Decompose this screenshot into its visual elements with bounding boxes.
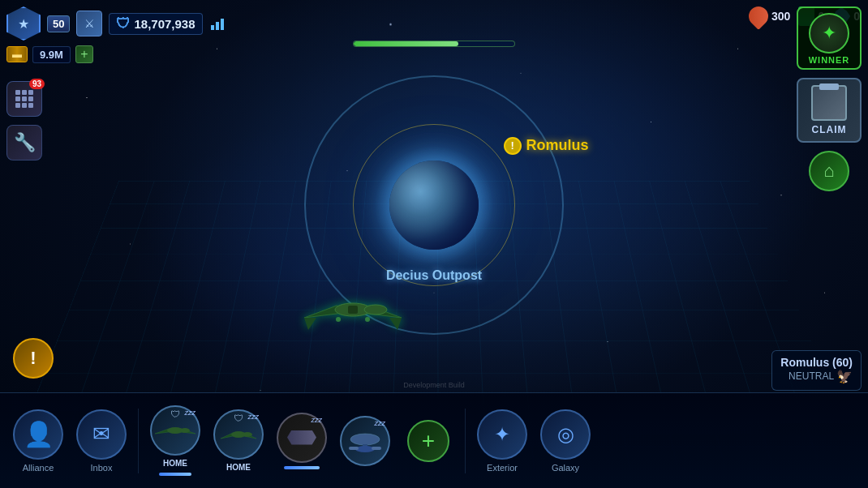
faction-icon: 🦅 — [836, 369, 853, 385]
svg-point-17 — [350, 434, 380, 445]
health-bar-container — [353, 41, 515, 47]
exterior-nav-label: Exterior — [487, 463, 518, 473]
notifications-button[interactable]: 93 — [6, 81, 42, 117]
svg-marker-6 — [389, 318, 402, 330]
alliance-nav-circle: 👤 — [13, 409, 63, 460]
home-button[interactable]: ⌂ — [809, 151, 849, 191]
health-bar-fill — [354, 41, 458, 46]
winner-star-icon: ✦ — [822, 23, 836, 44]
nav-divider-1 — [138, 409, 139, 473]
shield-icon: 🛡 — [116, 15, 131, 32]
alliance-nav-icon: 👤 — [24, 420, 54, 448]
svg-point-4 — [364, 305, 387, 315]
main-ship[interactable] — [304, 281, 402, 341]
left-buttons: 93 🔧 — [6, 81, 42, 161]
ship2-svg — [218, 422, 259, 447]
location-status: NEUTRAL 🦅 — [780, 369, 853, 385]
zzz-badge-2: zzz — [248, 413, 260, 421]
main-resource: 🛡 18,707,938 — [109, 13, 202, 35]
ship1-label: HOME — [163, 459, 187, 468]
alert-icon: ! — [30, 348, 36, 369]
header-left: 50 ⚔ 🛡 18,707,938 ▬ 9.9M + — [0, 0, 232, 70]
inbox-nav-icon: ✉ — [92, 422, 110, 447]
status-text: NEUTRAL — [789, 370, 834, 382]
nav-divider-2 — [465, 409, 466, 473]
inbox-nav-label: Inbox — [91, 463, 113, 473]
gold-bar-icon: ▬ — [6, 46, 28, 62]
romulan-ship-svg — [304, 281, 402, 338]
fuel-resource: 300 — [749, 6, 790, 26]
outpost-label: Decius Outpost — [386, 268, 482, 283]
starfleet-logo[interactable] — [6, 6, 41, 41]
exterior-nav-circle: ✦ — [477, 409, 527, 460]
svg-rect-3 — [348, 306, 358, 314]
settings-button[interactable]: 🔧 — [6, 125, 42, 161]
winner-badge[interactable]: ✦ WINNER — [797, 6, 862, 70]
current-ship-icon — [287, 430, 316, 445]
galaxy-nav-circle: ◎ — [540, 409, 591, 460]
nav-alliance[interactable]: 👤 Alliance — [10, 409, 67, 473]
home-icon: ⌂ — [823, 161, 834, 182]
fuel-value: 300 — [771, 10, 790, 23]
nav-inbox[interactable]: ✉ Inbox — [73, 409, 130, 473]
claim-label: CLAIM — [812, 124, 847, 135]
health-bar — [353, 41, 515, 47]
alert-button[interactable]: ! — [13, 338, 54, 379]
exclaim-icon: ! — [504, 137, 522, 155]
current-ship-circle: zzz — [277, 413, 327, 463]
winner-logo: ✦ — [809, 13, 849, 54]
bottom-nav: 👤 Alliance ✉ Inbox 🛡 zzz HOME — [0, 392, 868, 488]
svg-rect-20 — [349, 447, 359, 450]
svg-point-12 — [180, 428, 190, 433]
header: 50 ⚔ 🛡 18,707,938 ▬ 9.9M + — [0, 0, 868, 73]
nav-ship2[interactable]: 🛡 zzz HOME — [210, 409, 267, 472]
svg-point-7 — [336, 317, 341, 322]
svg-marker-5 — [304, 318, 316, 330]
nav-ship-current[interactable]: zzz — [273, 413, 330, 469]
galaxy-icon: ◎ — [557, 423, 574, 446]
right-panel: ✦ WINNER CLAIM ⌂ — [797, 6, 862, 191]
add-ship-button[interactable]: + — [407, 420, 449, 462]
alliance-icon[interactable]: ⚔ — [76, 11, 102, 36]
nav-exterior[interactable]: ✦ Exterior — [474, 409, 531, 473]
location-info: Romulus (60) NEUTRAL 🦅 — [771, 350, 862, 391]
galaxy-nav-label: Galaxy — [552, 463, 579, 473]
planet-scene — [389, 161, 479, 250]
ship2-circle: 🛡 zzz — [213, 409, 264, 460]
ship4-svg — [345, 429, 385, 453]
player-level: 50 — [47, 15, 70, 32]
header-row2: ▬ 9.9M + — [6, 45, 226, 63]
nav-ship1[interactable]: 🛡 zzz HOME — [147, 405, 204, 476]
ship1-svg — [155, 417, 196, 443]
planet[interactable] — [389, 161, 479, 250]
ship2-label: HOME — [226, 463, 251, 472]
nav-add[interactable]: + — [400, 420, 457, 462]
nav-ship4[interactable]: zzz — [337, 416, 393, 466]
zzz-badge-4: zzz — [375, 419, 386, 427]
claim-button[interactable]: CLAIM — [797, 78, 862, 143]
dots-icon — [15, 90, 33, 108]
location-detail: Romulus (60) — [780, 356, 853, 369]
svg-point-8 — [365, 317, 370, 322]
zzz-badge-1: zzz — [185, 409, 196, 417]
alliance-nav-label: Alliance — [23, 463, 54, 473]
ship4-circle: zzz — [340, 416, 390, 466]
inbox-nav-circle: ✉ — [76, 409, 127, 460]
svg-point-16 — [243, 432, 252, 437]
exterior-icon: ✦ — [494, 423, 510, 446]
secondary-resource: 9.9M — [32, 46, 71, 63]
claim-box-icon — [811, 85, 847, 121]
add-resource-button[interactable]: + — [75, 45, 93, 63]
zzz-badge-3: zzz — [312, 416, 323, 424]
dev-build-label: Development Build — [403, 381, 465, 389]
svg-rect-21 — [372, 447, 381, 450]
header-row1: 50 ⚔ 🛡 18,707,938 — [6, 6, 226, 41]
ship1-active-bar — [159, 473, 191, 476]
ship1-circle: 🛡 zzz — [150, 405, 200, 456]
winner-label: WINNER — [809, 55, 850, 65]
fuel-icon — [745, 2, 772, 30]
nav-galaxy[interactable]: ◎ Galaxy — [537, 409, 594, 473]
romulus-label[interactable]: ! Romulus — [504, 137, 589, 155]
bar-chart-icon[interactable] — [209, 15, 226, 32]
ship-scroll-bar — [284, 466, 320, 469]
